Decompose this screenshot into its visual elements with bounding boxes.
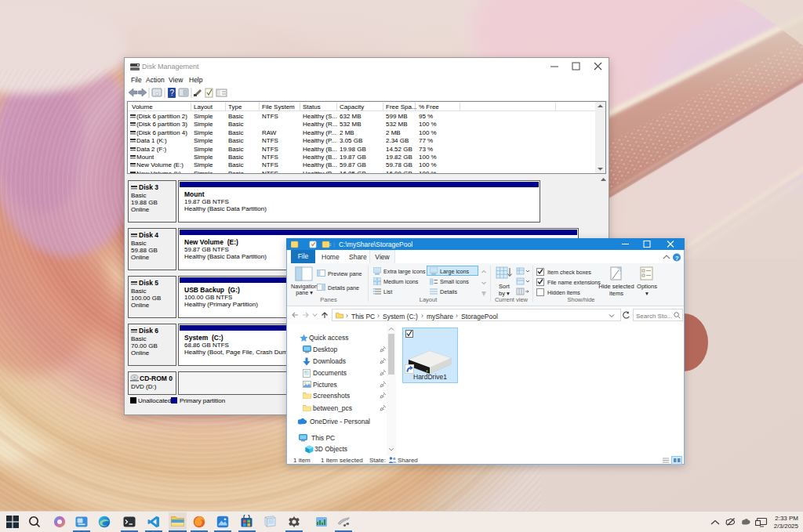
svg-text:?: ? bbox=[170, 89, 175, 97]
svg-text:?: ? bbox=[675, 255, 679, 262]
